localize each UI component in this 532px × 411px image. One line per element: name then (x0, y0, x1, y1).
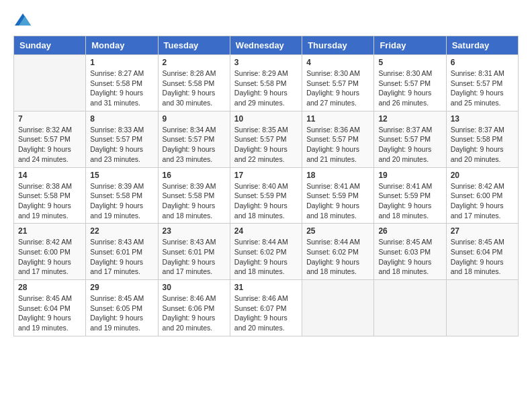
day-number: 20 (451, 171, 514, 180)
day-number: 26 (378, 226, 441, 236)
day-number: 3 (234, 58, 298, 67)
calendar-week-row: 7Sunrise: 8:32 AM Sunset: 5:57 PM Daylig… (14, 111, 519, 167)
day-number: 25 (306, 226, 369, 236)
calendar-cell: 1Sunrise: 8:27 AM Sunset: 5:58 PM Daylig… (86, 55, 158, 111)
calendar-cell: 4Sunrise: 8:30 AM Sunset: 5:57 PM Daylig… (302, 55, 374, 111)
calendar-cell: 12Sunrise: 8:37 AM Sunset: 5:57 PM Dayli… (374, 111, 446, 167)
calendar-cell: 29Sunrise: 8:45 AM Sunset: 6:05 PM Dayli… (86, 280, 158, 336)
day-number: 28 (18, 283, 81, 292)
calendar-cell: 14Sunrise: 8:38 AM Sunset: 5:58 PM Dayli… (14, 167, 86, 224)
calendar-cell: 21Sunrise: 8:42 AM Sunset: 6:00 PM Dayli… (14, 224, 86, 280)
day-info: Sunrise: 8:45 AM Sunset: 6:04 PM Dayligh… (18, 293, 81, 333)
calendar-week-row: 14Sunrise: 8:38 AM Sunset: 5:58 PM Dayli… (14, 167, 519, 224)
day-number: 15 (90, 171, 153, 180)
calendar-cell: 23Sunrise: 8:43 AM Sunset: 6:01 PM Dayli… (158, 224, 230, 280)
day-info: Sunrise: 8:45 AM Sunset: 6:04 PM Dayligh… (451, 237, 514, 277)
calendar-cell: 19Sunrise: 8:41 AM Sunset: 5:59 PM Dayli… (374, 167, 446, 224)
day-info: Sunrise: 8:44 AM Sunset: 6:02 PM Dayligh… (306, 237, 369, 277)
calendar-header-thursday: Thursday (302, 36, 374, 55)
day-info: Sunrise: 8:28 AM Sunset: 5:58 PM Dayligh… (163, 68, 226, 108)
day-number: 16 (163, 171, 226, 180)
calendar-cell: 22Sunrise: 8:43 AM Sunset: 6:01 PM Dayli… (86, 224, 158, 280)
day-number: 23 (163, 226, 226, 236)
day-number: 17 (234, 171, 298, 180)
day-number: 14 (18, 171, 81, 180)
calendar-cell: 20Sunrise: 8:42 AM Sunset: 6:00 PM Dayli… (446, 167, 518, 224)
day-info: Sunrise: 8:46 AM Sunset: 6:06 PM Dayligh… (163, 293, 226, 333)
day-info: Sunrise: 8:45 AM Sunset: 6:03 PM Dayligh… (378, 237, 441, 277)
day-number: 13 (451, 114, 514, 124)
calendar-cell: 7Sunrise: 8:32 AM Sunset: 5:57 PM Daylig… (14, 111, 86, 167)
calendar-cell: 30Sunrise: 8:46 AM Sunset: 6:06 PM Dayli… (158, 280, 230, 336)
logo-icon (15, 13, 31, 26)
day-info: Sunrise: 8:40 AM Sunset: 5:59 PM Dayligh… (234, 181, 298, 221)
day-info: Sunrise: 8:32 AM Sunset: 5:57 PM Dayligh… (18, 125, 81, 165)
calendar-cell: 5Sunrise: 8:30 AM Sunset: 5:57 PM Daylig… (374, 55, 446, 111)
day-number: 7 (18, 114, 81, 124)
day-info: Sunrise: 8:33 AM Sunset: 5:57 PM Dayligh… (90, 125, 153, 165)
day-number: 5 (378, 58, 441, 67)
calendar-header-monday: Monday (86, 36, 158, 55)
day-number: 9 (163, 114, 226, 124)
day-info: Sunrise: 8:37 AM Sunset: 5:57 PM Dayligh… (378, 125, 441, 165)
calendar-cell: 11Sunrise: 8:36 AM Sunset: 5:57 PM Dayli… (302, 111, 374, 167)
day-number: 24 (234, 226, 298, 236)
day-info: Sunrise: 8:29 AM Sunset: 5:58 PM Dayligh… (234, 68, 298, 108)
calendar-week-row: 21Sunrise: 8:42 AM Sunset: 6:00 PM Dayli… (14, 224, 519, 280)
day-number: 19 (378, 171, 441, 180)
calendar-cell: 17Sunrise: 8:40 AM Sunset: 5:59 PM Dayli… (230, 167, 302, 224)
calendar-cell: 2Sunrise: 8:28 AM Sunset: 5:58 PM Daylig… (158, 55, 230, 111)
day-info: Sunrise: 8:44 AM Sunset: 6:02 PM Dayligh… (234, 237, 298, 277)
day-number: 4 (306, 58, 369, 67)
day-info: Sunrise: 8:30 AM Sunset: 5:57 PM Dayligh… (306, 68, 369, 108)
day-info: Sunrise: 8:27 AM Sunset: 5:58 PM Dayligh… (90, 68, 153, 108)
calendar-cell: 27Sunrise: 8:45 AM Sunset: 6:04 PM Dayli… (446, 224, 518, 280)
day-info: Sunrise: 8:46 AM Sunset: 6:07 PM Dayligh… (234, 293, 298, 333)
day-number: 31 (234, 283, 298, 292)
day-info: Sunrise: 8:43 AM Sunset: 6:01 PM Dayligh… (90, 237, 153, 277)
calendar-cell: 31Sunrise: 8:46 AM Sunset: 6:07 PM Dayli… (230, 280, 302, 336)
day-number: 27 (451, 226, 514, 236)
calendar-cell (14, 55, 86, 111)
calendar-cell: 8Sunrise: 8:33 AM Sunset: 5:57 PM Daylig… (86, 111, 158, 167)
page-header (13, 13, 519, 26)
calendar-cell (446, 280, 518, 336)
day-number: 2 (163, 58, 226, 67)
logo (13, 13, 31, 26)
calendar-cell: 3Sunrise: 8:29 AM Sunset: 5:58 PM Daylig… (230, 55, 302, 111)
day-info: Sunrise: 8:45 AM Sunset: 6:05 PM Dayligh… (90, 293, 153, 333)
calendar-cell: 6Sunrise: 8:31 AM Sunset: 5:57 PM Daylig… (446, 55, 518, 111)
day-info: Sunrise: 8:38 AM Sunset: 5:58 PM Dayligh… (18, 181, 81, 221)
calendar-cell: 25Sunrise: 8:44 AM Sunset: 6:02 PM Dayli… (302, 224, 374, 280)
calendar-header-tuesday: Tuesday (158, 36, 230, 55)
day-info: Sunrise: 8:31 AM Sunset: 5:57 PM Dayligh… (451, 68, 514, 108)
day-info: Sunrise: 8:43 AM Sunset: 6:01 PM Dayligh… (163, 237, 226, 277)
day-info: Sunrise: 8:42 AM Sunset: 6:00 PM Dayligh… (451, 181, 514, 221)
calendar-cell: 26Sunrise: 8:45 AM Sunset: 6:03 PM Dayli… (374, 224, 446, 280)
day-number: 21 (18, 226, 81, 236)
day-number: 29 (90, 283, 153, 292)
day-number: 1 (90, 58, 153, 67)
day-info: Sunrise: 8:39 AM Sunset: 5:58 PM Dayligh… (163, 181, 226, 221)
calendar-cell: 18Sunrise: 8:41 AM Sunset: 5:59 PM Dayli… (302, 167, 374, 224)
day-number: 12 (378, 114, 441, 124)
day-info: Sunrise: 8:34 AM Sunset: 5:57 PM Dayligh… (163, 125, 226, 165)
day-info: Sunrise: 8:41 AM Sunset: 5:59 PM Dayligh… (378, 181, 441, 221)
day-number: 6 (451, 58, 514, 67)
calendar-header-sunday: Sunday (14, 36, 86, 55)
calendar-header-wednesday: Wednesday (230, 36, 302, 55)
day-number: 22 (90, 226, 153, 236)
calendar-cell: 16Sunrise: 8:39 AM Sunset: 5:58 PM Dayli… (158, 167, 230, 224)
calendar-header-saturday: Saturday (446, 36, 518, 55)
calendar-cell: 28Sunrise: 8:45 AM Sunset: 6:04 PM Dayli… (14, 280, 86, 336)
calendar-week-row: 1Sunrise: 8:27 AM Sunset: 5:58 PM Daylig… (14, 55, 519, 111)
day-info: Sunrise: 8:39 AM Sunset: 5:58 PM Dayligh… (90, 181, 153, 221)
calendar-cell: 9Sunrise: 8:34 AM Sunset: 5:57 PM Daylig… (158, 111, 230, 167)
day-info: Sunrise: 8:35 AM Sunset: 5:57 PM Dayligh… (234, 125, 298, 165)
day-number: 18 (306, 171, 369, 180)
calendar-header-friday: Friday (374, 36, 446, 55)
calendar-cell: 13Sunrise: 8:37 AM Sunset: 5:58 PM Dayli… (446, 111, 518, 167)
calendar-cell: 10Sunrise: 8:35 AM Sunset: 5:57 PM Dayli… (230, 111, 302, 167)
day-number: 8 (90, 114, 153, 124)
calendar-cell: 15Sunrise: 8:39 AM Sunset: 5:58 PM Dayli… (86, 167, 158, 224)
